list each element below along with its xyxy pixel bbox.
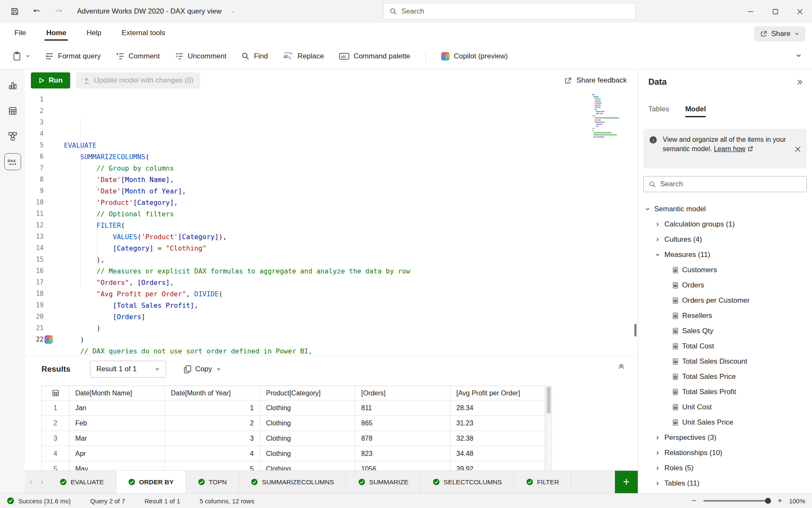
column-header[interactable]: Product[Category] [260,386,355,400]
code-line[interactable]: // Group by columns [64,163,638,174]
menu-external-tools[interactable]: External tools [121,25,166,41]
column-header[interactable]: [Orders] [355,386,450,400]
tree-item-total-cost[interactable]: Total Cost [638,339,812,354]
code-line[interactable]: FILTER( [64,220,638,231]
share-feedback-button[interactable]: Share feedback [564,73,627,88]
code-line[interactable]: [Total Sales Profit], [64,300,638,311]
code-line[interactable]: EVALUATE [64,140,638,151]
tabs-scroll-right-button[interactable] [36,471,48,493]
learn-how-link[interactable]: Learn how [714,145,746,152]
tree-item-resellers[interactable]: Resellers [638,308,812,323]
code-line[interactable]: 'Product'[Category], [64,197,638,208]
table-row[interactable]: 2Feb2Clothing86531.23 [42,416,545,431]
tab-model[interactable]: Model [685,105,706,117]
query-tab-topn[interactable]: TOPN [186,471,239,493]
paste-button[interactable] [13,52,30,61]
tree-item-orders[interactable]: Orders [638,278,812,293]
comment-button[interactable]: Comment [116,52,160,61]
copy-button[interactable]: Copy [184,361,222,378]
new-query-tab-button[interactable]: + [615,471,638,493]
code-line[interactable]: "Orders", [Orders], [64,277,638,288]
tree-item-total-sales-price[interactable]: Total Sales Price [638,369,812,384]
tree-item-sales-qty[interactable]: Sales Qty [638,323,812,339]
tree-item-relationships-10[interactable]: Relationships (10) [638,445,812,461]
code-line[interactable]: // Optional filters [64,208,638,220]
code-line[interactable]: [Category] = "Clothing" [64,243,638,254]
tree-item-orders-per-customer[interactable]: Orders per Customer [638,293,812,308]
results-scrollbar[interactable] [546,386,552,470]
nav-table-view[interactable] [4,102,21,119]
tree-item-perspectives-3[interactable]: Perspectives (3) [638,430,812,445]
result-selector[interactable]: Result 1 of 1 [90,361,166,378]
query-tab-filter[interactable]: FILTER [514,471,571,493]
tree-item-unit-cost[interactable]: Unit Cost [638,400,812,415]
code-line[interactable]: VALUES('Product'[Category]), [64,231,638,243]
nav-model-view[interactable] [4,128,21,145]
global-search-input[interactable]: Search [383,3,636,20]
redo-button[interactable] [52,5,65,18]
find-button[interactable]: Find [241,52,268,61]
uncomment-button[interactable]: Uncomment [175,52,227,61]
tree-item-measures-11[interactable]: Measures (11) [638,247,812,262]
code-line[interactable]: SUMMARIZECOLUMNS( [64,151,638,163]
column-header[interactable]: Date[Month of Year] [165,386,260,400]
column-header[interactable]: [Avg Profit per Order] [450,386,545,400]
update-model-button[interactable]: Update model with changes (0) [76,72,200,88]
tree-item-roles-5[interactable]: Roles (5) [638,461,812,476]
menu-file[interactable]: File [14,25,27,41]
share-button[interactable]: Share [754,26,805,41]
replace-button[interactable]: abc Replace [283,52,324,61]
save-button[interactable] [8,5,21,18]
code-line[interactable]: ), [64,254,638,265]
code-line[interactable]: // DAX queries do not use sort order def… [64,345,638,355]
code-line[interactable]: 'Date'[Month of Year], [64,185,638,197]
tree-item-total-sales-profit[interactable]: Total Sales Profit [638,384,812,400]
query-tab-order-by[interactable]: ORDER BY [116,471,186,493]
nav-report-view[interactable] [4,77,21,94]
zoom-in-button[interactable]: + [778,496,782,505]
minimize-button[interactable] [738,0,763,23]
model-search-input[interactable]: Search [643,176,807,192]
menu-help[interactable]: Help [86,25,102,41]
external-link-icon[interactable] [747,146,753,152]
inline-copilot-icon[interactable] [44,335,53,344]
undo-button[interactable] [30,5,43,18]
command-palette-button[interactable]: abl Command palette [339,52,410,61]
collapse-results-button[interactable] [617,362,625,370]
table-row[interactable]: 1Jan1Clothing81128.34 [42,400,545,416]
nav-dax-query-view[interactable]: DAX [4,153,21,170]
close-button[interactable] [787,0,812,23]
query-tab-selectcolumns[interactable]: SELECTCOLUMNS [421,471,514,493]
code-line[interactable]: ) [64,334,638,345]
dismiss-info-button[interactable] [793,144,803,154]
dax-editor[interactable]: 12345678910111213141516171819202122 EVAL… [25,91,638,355]
zoom-out-button[interactable]: − [691,496,696,505]
column-header[interactable]: Date[Month Name] [69,386,165,400]
copilot-button[interactable]: Copilot (preview) [441,52,508,61]
tabs-scroll-left-button[interactable] [25,471,36,493]
code-line[interactable]: // Measures or explicit DAX formulas to … [64,265,638,277]
table-row[interactable]: 4Apr4Clothing82334.48 [42,446,545,461]
tree-item-customers[interactable]: Customers [638,262,812,278]
editor-scrollbar[interactable] [634,324,636,337]
code-line[interactable]: "Avg Profit per Order", DIVIDE( [64,288,638,300]
tree-item-unit-sales-price[interactable]: Unit Sales Price [638,415,812,430]
format-query-button[interactable]: Format query [45,52,101,61]
table-row[interactable]: 5May5Clothing105639.92 [42,461,545,470]
zoom-slider-thumb[interactable] [765,498,771,504]
query-tab-summarizecolumns[interactable]: SUMMARIZECOLUMNS [239,471,346,493]
maximize-button[interactable] [763,0,787,23]
table-row[interactable]: 3Mar3Clothing87832.38 [42,431,545,446]
menu-home[interactable]: Home [45,25,67,41]
collapse-data-pane-button[interactable] [796,79,803,86]
collapse-ribbon-button[interactable] [796,52,802,59]
tree-item-semantic-model[interactable]: Semantic model [638,202,812,217]
code-line[interactable]: [Orders] [64,311,638,323]
query-tab-summarize[interactable]: SUMMARIZE [346,471,421,493]
run-button[interactable]: Run [31,72,70,88]
tree-item-cultures-4[interactable]: Cultures (4) [638,232,812,247]
tree-item-tables-11[interactable]: Tables (11) [638,476,812,491]
query-tab-evaluate[interactable]: EVALUATE [48,471,116,493]
zoom-slider[interactable] [703,500,771,502]
tab-tables[interactable]: Tables [648,105,669,117]
